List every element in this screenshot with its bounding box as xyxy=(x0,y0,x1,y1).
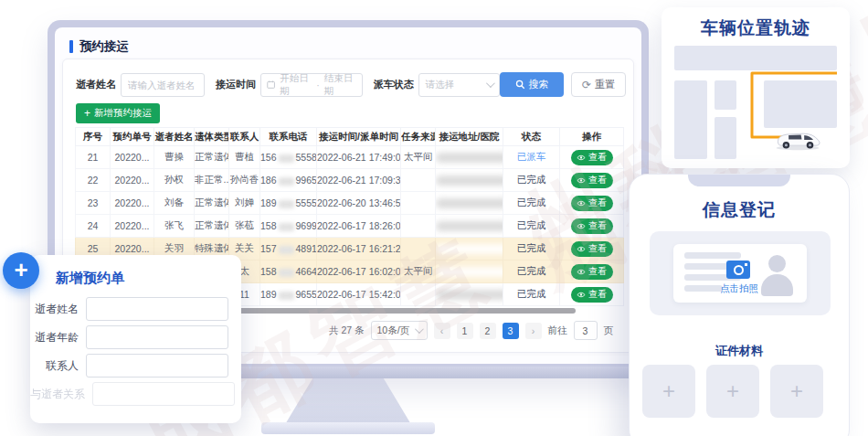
person-silhouette-icon xyxy=(768,255,786,272)
page-size-select[interactable]: 10条/页 xyxy=(371,321,428,340)
page-button-3[interactable]: 3 xyxy=(503,323,519,339)
table-row[interactable]: 2320220...刘备正常遗体刘婵18955552022-06-20 13:4… xyxy=(76,192,624,215)
view-button[interactable]: 查看 xyxy=(571,241,613,257)
cell-phone: 1574891 xyxy=(260,238,317,261)
cell-deceased-name: 刘备 xyxy=(154,192,195,215)
phone-suffix: 4891 xyxy=(296,243,317,254)
page: 成都智慧州科技有限公司 成都智慧州科技有限公司 预约接运 逝者姓名 接运时间 xyxy=(0,0,868,436)
address-redacted-blur xyxy=(436,153,503,163)
column-header: 联系电话 xyxy=(260,128,317,146)
column-header: 接运地址/医院 xyxy=(436,128,503,146)
next-page-button[interactable]: › xyxy=(525,323,542,339)
pagination-total: 共 27 条 xyxy=(329,324,365,337)
eye-icon xyxy=(577,154,586,161)
cell-order: 20220... xyxy=(111,215,154,238)
view-button[interactable]: 查看 xyxy=(571,173,613,188)
name-filter-input[interactable] xyxy=(121,73,205,97)
vehicle-track-card: 车辆位置轨迹 xyxy=(662,7,850,168)
document-tiles: +++ xyxy=(642,365,823,418)
status-select-placeholder: 请选择 xyxy=(426,79,455,91)
goto-suffix: 页 xyxy=(604,324,614,337)
id-photo-zone: 点击拍照 xyxy=(650,231,831,315)
monitor-stand-base xyxy=(261,422,435,434)
popup-field-row: 联系人 xyxy=(30,354,228,378)
cell-contact: 刘婵 xyxy=(229,192,260,215)
view-button-label: 查看 xyxy=(588,219,607,232)
popup-field-input[interactable] xyxy=(86,297,228,321)
status-select[interactable]: 请选择 xyxy=(418,73,500,97)
table-row[interactable]: 2420220...张飞正常遗体张苞15896992022-06-17 18:2… xyxy=(76,215,624,238)
cell-no: 21 xyxy=(76,146,111,169)
table-header-row: 序号预约单号逝者姓名遗体类型联系人联系电话接运时间/派单时间任务来源接运地址/医… xyxy=(76,128,624,146)
address-redacted-blur xyxy=(436,267,503,277)
view-button-label: 查看 xyxy=(588,288,607,301)
table-row[interactable]: 2220220...孙权非正常...孙尚香18699652022-06-21 1… xyxy=(76,169,624,192)
phone-prefix: 157 xyxy=(260,243,277,254)
reset-button[interactable]: ⟳ 重置 xyxy=(571,72,626,97)
view-button[interactable]: 查看 xyxy=(571,264,613,280)
camera-icon[interactable] xyxy=(726,261,750,279)
page-button-2[interactable]: 2 xyxy=(480,323,496,339)
pagination: 共 27 条 10条/页 ‹ 123 › 前往 页 xyxy=(329,321,613,340)
car-icon xyxy=(773,127,822,151)
info-register-card: 信息登记 点击拍照 证件材料 +++ xyxy=(629,174,850,436)
goto-label: 前往 xyxy=(548,324,567,337)
cell-source: 太平间 xyxy=(401,146,436,169)
upload-tile[interactable]: + xyxy=(706,365,759,418)
table-row[interactable]: 2120220...曹操正常遗体曹植15655582022-06-21 17:4… xyxy=(76,146,624,169)
cell-action: 查看 xyxy=(560,192,624,215)
cell-no: 22 xyxy=(76,169,111,192)
cell-order: 20220... xyxy=(111,146,154,169)
date-end-placeholder: 结束日期 xyxy=(324,72,356,98)
phone-suffix: 9699 xyxy=(296,220,317,231)
refresh-icon: ⟳ xyxy=(582,80,591,90)
calendar-icon xyxy=(267,80,275,90)
phone-suffix: 5555 xyxy=(296,197,317,208)
popup-field-input[interactable] xyxy=(92,382,235,406)
cell-status: 已派车 xyxy=(503,146,560,169)
info-register-title: 信息登记 xyxy=(630,198,849,222)
page-title: 预约接运 xyxy=(79,38,129,55)
monitor-stand xyxy=(284,375,412,426)
prev-page-button[interactable]: ‹ xyxy=(434,323,450,339)
page-button-1[interactable]: 1 xyxy=(457,323,473,339)
date-start-placeholder: 开始日期 xyxy=(280,72,312,98)
popup-field-input[interactable] xyxy=(86,354,228,378)
eye-icon xyxy=(577,177,586,184)
view-button[interactable]: 查看 xyxy=(571,150,613,165)
view-button[interactable]: 查看 xyxy=(571,196,613,211)
column-header: 接运时间/派单时间 xyxy=(317,128,401,146)
eye-icon xyxy=(577,200,586,207)
status-badge: 已完成 xyxy=(517,197,546,207)
column-header: 联系人 xyxy=(229,128,260,146)
cell-order: 20220... xyxy=(111,192,154,215)
cell-time: 2022-06-17 18:26:09 xyxy=(317,215,401,238)
cell-source xyxy=(401,215,436,238)
column-header: 预约单号 xyxy=(111,128,154,146)
goto-page-input[interactable] xyxy=(574,321,598,340)
chevron-down-icon xyxy=(414,324,423,334)
phone-prefix: 158 xyxy=(260,220,277,231)
column-header: 状态 xyxy=(503,128,560,146)
cell-phone: 1899655 xyxy=(260,283,317,306)
view-button[interactable]: 查看 xyxy=(571,218,613,234)
cell-phone: 1869965 xyxy=(260,169,317,192)
cell-deceased-name: 孙权 xyxy=(154,169,195,192)
cell-phone: 1565558 xyxy=(260,146,317,169)
person-silhouette-icon xyxy=(761,274,793,296)
title-accent-bar xyxy=(69,40,73,53)
view-button[interactable]: 查看 xyxy=(571,287,613,303)
upload-tile[interactable]: + xyxy=(642,365,695,418)
search-button[interactable]: 搜索 xyxy=(500,72,564,97)
status-badge: 已完成 xyxy=(517,288,546,299)
status-badge: 已完成 xyxy=(517,174,546,185)
date-range-picker[interactable]: 开始日期 · 结束日期 xyxy=(260,73,363,97)
popup-field-input[interactable] xyxy=(86,325,228,349)
upload-tile[interactable]: + xyxy=(770,365,823,418)
phone-suffix: 4664 xyxy=(296,266,317,277)
cell-status: 已完成 xyxy=(503,192,560,215)
cell-status: 已完成 xyxy=(503,283,560,306)
add-fab-button[interactable]: + xyxy=(3,252,39,289)
cell-no: 23 xyxy=(76,192,111,215)
add-booking-button[interactable]: + 新增预约接运 xyxy=(76,103,160,123)
